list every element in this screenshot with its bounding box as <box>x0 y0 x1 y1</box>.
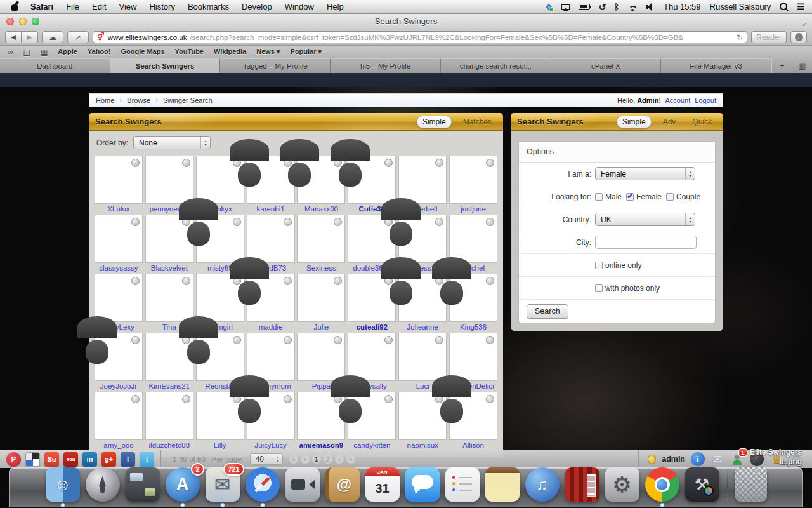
dock-app-icon[interactable]: ⚒ <box>685 467 719 502</box>
dock-app-icon[interactable] <box>246 467 280 502</box>
menu-user-name[interactable]: Russell Salsbury <box>710 2 771 11</box>
profile-thumbnail[interactable] <box>297 392 345 440</box>
i-am-select[interactable]: Female ▴▾ <box>595 167 695 180</box>
status-icon[interactable] <box>646 3 655 11</box>
reader-button[interactable]: Reader <box>751 31 787 43</box>
profile-thumbnail[interactable] <box>95 333 143 381</box>
menu-item[interactable]: Bookmarks <box>181 0 235 13</box>
status-icon[interactable] <box>627 3 638 11</box>
profile-thumbnail[interactable] <box>95 274 143 322</box>
with-photos-only-checkbox[interactable]: with photos only <box>527 284 660 293</box>
profile-username-link[interactable]: justjune <box>461 205 486 213</box>
results-view-button[interactable]: Matches <box>458 116 497 128</box>
profile-thumbnail[interactable] <box>247 333 295 381</box>
profile-username-link[interactable]: King536 <box>460 323 487 331</box>
profile-thumbnail[interactable] <box>145 156 193 204</box>
dock-app-icon[interactable]: @ <box>325 467 360 502</box>
browser-tab[interactable]: Dashboard <box>0 58 110 73</box>
menu-item[interactable]: File <box>60 0 86 13</box>
bookmarks-book-icon[interactable]: ◫ <box>23 48 30 57</box>
profile-thumbnail[interactable] <box>398 156 447 204</box>
bookmark-item[interactable]: Yahoo! <box>88 48 111 56</box>
profile-username-link[interactable]: JuicyLucy <box>254 441 287 449</box>
desktop-file-label[interactable]: Elite Swingers le.png <box>750 448 802 467</box>
profile-thumbnail[interactable] <box>247 215 295 263</box>
breadcrumb-link[interactable]: Browse <box>127 97 150 104</box>
new-tab-button[interactable]: + <box>771 58 792 73</box>
search-button[interactable]: Search <box>527 304 568 319</box>
profile-thumbnail[interactable] <box>398 274 447 322</box>
back-button[interactable]: ◀ <box>5 31 22 43</box>
profile-username-link[interactable]: candykitten <box>353 441 390 449</box>
profile-thumbnail[interactable] <box>297 156 345 204</box>
profile-thumbnail[interactable] <box>398 392 447 440</box>
profile-thumbnail[interactable] <box>145 392 193 440</box>
profile-username-link[interactable]: amiemason9 <box>299 441 344 449</box>
browser-tab[interactable]: hi5 – My Profile <box>331 58 441 73</box>
search-view-button[interactable]: Simple <box>617 116 652 128</box>
bookmark-item[interactable]: YouTube <box>175 48 204 56</box>
profile-thumbnail[interactable] <box>348 392 396 440</box>
status-icon[interactable] <box>579 4 590 10</box>
status-icon[interactable] <box>614 2 619 12</box>
profile-thumbnail[interactable] <box>348 333 396 381</box>
trash-icon[interactable] <box>735 467 767 502</box>
tab-overview-button[interactable]: ▥ <box>792 58 812 73</box>
status-icon[interactable] <box>561 4 570 10</box>
search-view-button[interactable]: Adv <box>658 116 681 128</box>
dock-app-icon[interactable]: ☺ <box>46 467 80 502</box>
browser-tab[interactable]: Tagged – My Profile <box>220 58 331 73</box>
dock-app-icon[interactable]: ✉ 721 <box>206 467 240 502</box>
profile-username-link[interactable]: classysassy <box>99 264 138 272</box>
results-view-button[interactable]: Simple <box>417 116 452 128</box>
share-button[interactable]: ↗ <box>67 31 89 43</box>
browser-tab[interactable]: change search resul... <box>441 58 551 73</box>
spotlight-search-icon[interactable] <box>780 3 788 11</box>
country-select[interactable]: UK ▴▾ <box>595 213 695 226</box>
apple-menu-icon[interactable] <box>10 2 19 12</box>
looking-for-checkbox[interactable]: Female <box>626 192 662 201</box>
top-sites-icon[interactable]: ▦ <box>41 48 48 57</box>
dock-app-icon[interactable]: A 2 <box>166 467 200 502</box>
bookmark-item[interactable]: Wikipedia <box>214 48 246 56</box>
bookmark-item[interactable]: Google Maps <box>121 48 164 56</box>
address-bar[interactable]: ⚥ www.eliteswingers.co.uk /search.php?se… <box>93 31 747 43</box>
dock-app-icon[interactable] <box>485 467 520 502</box>
menu-clock[interactable]: Thu 15:59 <box>664 2 701 11</box>
profile-thumbnail[interactable] <box>95 392 143 440</box>
breadcrumb-link[interactable]: Home <box>96 97 114 104</box>
profile-thumbnail[interactable] <box>348 156 396 204</box>
dock-app-icon[interactable]: ♫ <box>525 467 560 502</box>
profile-thumbnail[interactable] <box>297 215 345 263</box>
profile-username-link[interactable]: cuteali92 <box>357 323 388 331</box>
profile-thumbnail[interactable] <box>95 215 143 263</box>
status-icon[interactable] <box>598 2 606 12</box>
city-input[interactable] <box>595 236 697 249</box>
profile-username-link[interactable]: misty69 <box>207 264 233 272</box>
profile-thumbnail[interactable] <box>449 333 497 381</box>
dock-app-icon[interactable]: 31 <box>365 467 400 502</box>
icloud-tabs-button[interactable]: ☁ <box>42 31 63 43</box>
dock-app-icon[interactable] <box>285 467 320 502</box>
dock-app-icon[interactable] <box>445 467 480 502</box>
profile-thumbnail[interactable] <box>196 333 244 381</box>
browser-tab[interactable]: File Manager v3 <box>661 58 771 73</box>
profile-username-link[interactable]: Pippa <box>312 382 331 390</box>
search-view-button[interactable]: Quick <box>687 116 717 128</box>
profile-username-link[interactable]: XLulux <box>107 205 129 213</box>
profile-username-link[interactable]: Allison <box>462 441 484 449</box>
looking-for-checkbox[interactable]: Male <box>595 192 622 201</box>
order-by-select[interactable]: None ▴▾ <box>133 136 211 149</box>
profile-thumbnail[interactable] <box>145 274 193 322</box>
dock-app-icon[interactable] <box>126 467 160 502</box>
notification-center-icon[interactable]: ☰ <box>797 2 804 11</box>
profile-username-link[interactable]: Mariaxx00 <box>304 205 338 213</box>
profile-thumbnail[interactable] <box>247 274 295 322</box>
menu-app-name[interactable]: Safari <box>24 0 60 13</box>
bookmark-item[interactable]: News ▾ <box>256 48 280 56</box>
dock-app-icon[interactable] <box>565 467 599 502</box>
browser-tab[interactable]: Search Swingers <box>110 58 221 73</box>
profile-username-link[interactable]: KimEvans21 <box>149 382 190 390</box>
downloads-button[interactable]: ↓ <box>790 31 807 43</box>
profile-username-link[interactable]: JoeyJoJoJr <box>100 382 137 390</box>
